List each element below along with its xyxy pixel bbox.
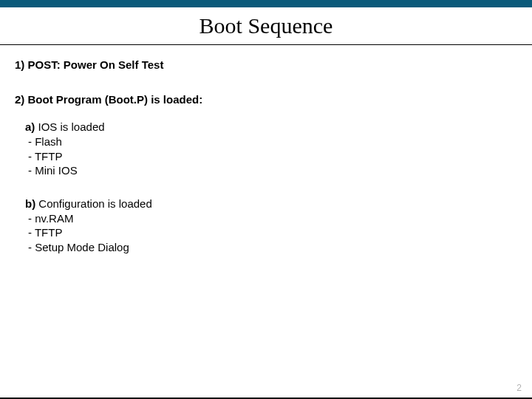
page-number: 2: [516, 383, 522, 393]
subsection-a-text: IOS is loaded: [35, 120, 104, 133]
section-post: 1) POST: Power On Self Test: [15, 58, 517, 71]
list-item: - nv.RAM: [28, 211, 517, 226]
section-boot-program: 2) Boot Program (Boot.P) is loaded:: [15, 93, 517, 106]
header-bar: [0, 0, 532, 7]
list-item: - Flash: [28, 134, 517, 149]
title-area: Boot Sequence: [0, 7, 532, 45]
subsection-a-label: a): [25, 120, 35, 133]
subsection-b-heading: b) Configuration is loaded: [25, 197, 517, 210]
list-item: - Mini IOS: [28, 163, 517, 178]
subsection-b-label: b): [25, 197, 35, 210]
subsection-b-text: Configuration is loaded: [35, 197, 152, 210]
content-body: 1) POST: Power On Self Test 2) Boot Prog…: [0, 45, 532, 254]
subsection-a: a) IOS is loaded - Flash - TFTP - Mini I…: [25, 120, 517, 178]
list-item: - TFTP: [28, 149, 517, 164]
list-item: - Setup Mode Dialog: [28, 240, 517, 255]
list-item: - TFTP: [28, 225, 517, 240]
slide-title: Boot Sequence: [0, 13, 532, 38]
subsection-a-heading: a) IOS is loaded: [25, 120, 517, 133]
subsection-b: b) Configuration is loaded - nv.RAM - TF…: [25, 197, 517, 255]
